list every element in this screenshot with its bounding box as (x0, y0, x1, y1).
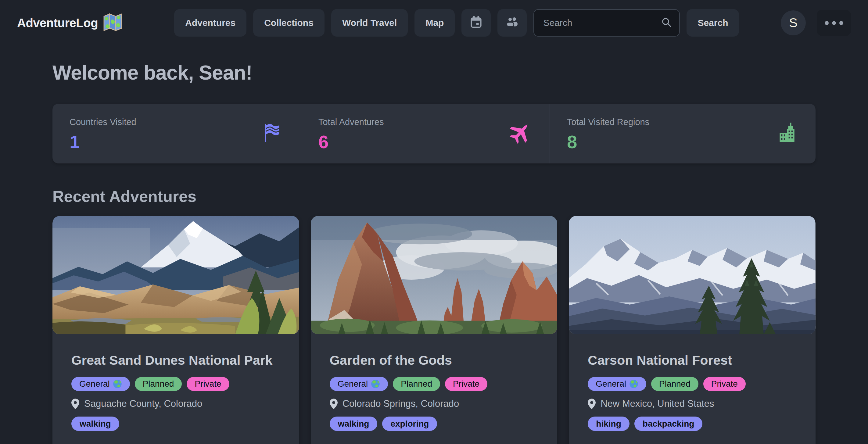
activity-tag: walking (71, 417, 119, 431)
badge-row: General Planned Private (71, 377, 280, 391)
avatar-initial: S (789, 15, 798, 30)
tag-row: hiking backpacking (588, 417, 797, 431)
search-field-wrap (533, 9, 680, 37)
map-pin-icon (330, 399, 338, 409)
stat-label: Total Adventures (318, 117, 532, 127)
search-submit-button[interactable]: Search (686, 9, 739, 37)
adventure-cards-grid: Great Sand Dunes National Park General P… (53, 216, 815, 444)
activity-tag: backpacking (634, 417, 703, 431)
location-row: Saguache County, Colorado (71, 398, 280, 409)
navbar: AdventureLog Adventures Collections Worl… (0, 0, 868, 46)
avatar[interactable]: S (781, 10, 806, 35)
ellipsis-icon (825, 21, 843, 25)
tag-row: walking exploring (330, 417, 538, 431)
activity-tag: exploring (382, 417, 437, 431)
location-row: New Mexico, United States (588, 398, 797, 409)
app-title: AdventureLog (17, 16, 98, 30)
stat-value: 6 (318, 131, 532, 153)
users-button[interactable] (497, 9, 527, 37)
location-text: Saguache County, Colorado (84, 398, 202, 409)
calendar-icon (469, 15, 483, 31)
planned-badge: Planned (393, 377, 440, 391)
welcome-heading: Welcome back, Sean! (53, 61, 815, 84)
private-badge: Private (445, 377, 487, 391)
globe-icon (113, 379, 122, 388)
location-row: Colorado Springs, Colorado (330, 398, 538, 409)
location-text: Colorado Springs, Colorado (342, 398, 459, 409)
category-badge: General (588, 377, 646, 391)
stat-value: 1 (69, 131, 284, 153)
stat-label: Total Visited Regions (567, 117, 799, 127)
plane-icon (508, 121, 532, 146)
card-body: Garden of the Gods General Planned Priva… (311, 334, 558, 431)
activity-tag: hiking (588, 417, 629, 431)
app-logo[interactable]: AdventureLog (17, 13, 122, 32)
sand-dunes-photo (53, 216, 299, 334)
badge-label: General (596, 379, 626, 389)
globe-icon (629, 379, 638, 388)
users-icon (505, 15, 519, 31)
map-pin-icon (588, 399, 596, 409)
search-input[interactable] (533, 9, 680, 37)
nav-collections-button[interactable]: Collections (253, 9, 324, 37)
badge-label: General (79, 379, 110, 389)
stat-value: 8 (567, 131, 799, 153)
calendar-button[interactable] (461, 9, 491, 37)
stat-total-adventures: Total Adventures 6 (301, 104, 550, 163)
nav-map-button[interactable]: Map (414, 9, 455, 37)
card-title-link[interactable]: Great Sand Dunes National Park (71, 351, 280, 370)
card-title-link[interactable]: Carson National Forest (588, 351, 797, 370)
snowy-mountains-photo (569, 216, 815, 334)
planned-badge: Planned (651, 377, 699, 391)
badge-label: General (338, 379, 368, 389)
stat-total-visited-regions: Total Visited Regions 8 (550, 104, 815, 163)
nav-button-group: Adventures Collections World Travel Map (174, 9, 527, 37)
stat-countries-visited: Countries Visited 1 (53, 104, 301, 163)
flag-icon (261, 122, 283, 145)
card-title-link[interactable]: Garden of the Gods (330, 351, 538, 370)
private-badge: Private (187, 377, 229, 391)
tag-row: walking (71, 417, 280, 431)
activity-tag: walking (330, 417, 378, 431)
stat-label: Countries Visited (69, 117, 284, 127)
category-badge: General (71, 377, 130, 391)
location-text: New Mexico, United States (600, 398, 714, 409)
folded-map-icon (103, 13, 122, 32)
map-pin-icon (71, 399, 79, 409)
recent-adventures-heading: Recent Adventures (53, 187, 815, 205)
category-badge: General (330, 377, 388, 391)
overflow-menu-button[interactable] (817, 10, 851, 36)
adventure-card[interactable]: Great Sand Dunes National Park General P… (53, 216, 299, 444)
stats-panel: Countries Visited 1 Total Adventures 6 (53, 104, 815, 163)
badge-row: General Planned Private (588, 377, 797, 391)
nav-world-travel-button[interactable]: World Travel (331, 9, 408, 37)
red-rock-spires-photo (311, 216, 558, 334)
nav-adventures-button[interactable]: Adventures (174, 9, 246, 37)
planned-badge: Planned (135, 377, 182, 391)
card-body: Carson National Forest General Planned P… (569, 334, 815, 431)
card-body: Great Sand Dunes National Park General P… (53, 334, 299, 431)
main-content: Welcome back, Sean! Countries Visited 1 … (0, 61, 868, 444)
adventure-card[interactable]: Garden of the Gods General Planned Priva… (311, 216, 558, 444)
badge-row: General Planned Private (330, 377, 538, 391)
search-icon (661, 17, 672, 29)
adventure-card[interactable]: Carson National Forest General Planned P… (569, 216, 815, 444)
city-icon (776, 122, 798, 145)
private-badge: Private (703, 377, 746, 391)
globe-icon (371, 379, 380, 388)
